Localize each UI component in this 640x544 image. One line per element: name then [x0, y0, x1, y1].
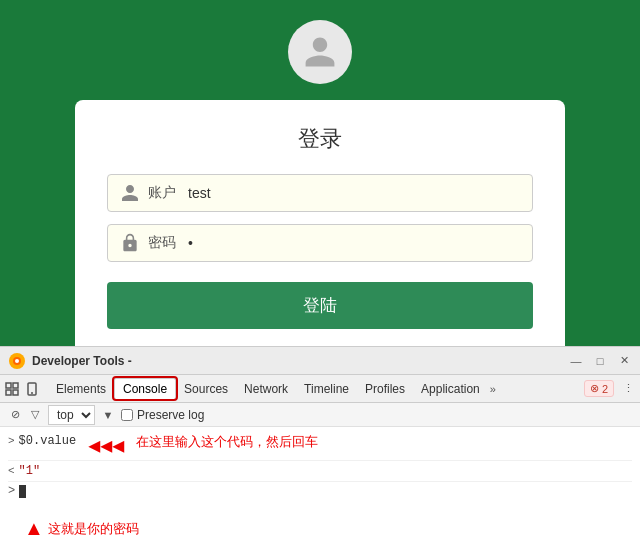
console-prompt: >	[8, 484, 15, 498]
password-label: 密码	[148, 234, 180, 252]
tab-sources[interactable]: Sources	[176, 379, 236, 399]
tab-application[interactable]: Application	[413, 379, 488, 399]
account-icon	[120, 183, 140, 203]
devtools-window-controls: — □ ✕	[568, 353, 632, 369]
svg-point-2	[15, 359, 19, 363]
tab-console[interactable]: Console	[114, 378, 176, 399]
preserve-log-label: Preserve log	[121, 408, 204, 422]
inspect-icon[interactable]	[4, 381, 20, 397]
account-label: 账户	[148, 184, 180, 202]
user-icon	[302, 34, 338, 70]
password-row: 密码	[107, 224, 533, 262]
svg-rect-4	[13, 383, 18, 388]
error-badge: ⊗ 2	[584, 380, 614, 397]
avatar-circle	[288, 20, 352, 84]
error-icon: ⊗	[590, 382, 599, 395]
login-title: 登录	[107, 124, 533, 154]
minimize-button[interactable]: —	[568, 353, 584, 369]
annotation-arrow-1: ◀◀◀	[88, 433, 124, 458]
context-select[interactable]: top	[48, 405, 95, 425]
preserve-log-checkbox[interactable]	[121, 409, 133, 421]
console-line-1: > $0.value ◀◀◀ 在这里输入这个代码，然后回车	[8, 431, 632, 461]
password-input[interactable]	[188, 235, 520, 251]
console-code-1: $0.value	[19, 433, 77, 449]
devtools-logo-icon	[8, 352, 26, 370]
clear-console-icon[interactable]: ⊘	[8, 408, 22, 422]
settings-icon[interactable]: ⋮	[620, 381, 636, 397]
annotation-text-2: 这就是你的密码	[48, 520, 139, 538]
svg-rect-6	[13, 390, 18, 395]
svg-rect-3	[6, 383, 11, 388]
restore-button[interactable]: □	[592, 353, 608, 369]
tab-network[interactable]: Network	[236, 379, 296, 399]
console-input-line: >	[8, 482, 632, 500]
console-result-2: "1"	[19, 463, 41, 479]
account-row: 账户	[107, 174, 533, 212]
up-arrow-icon: ▲	[24, 517, 44, 540]
tab-timeline[interactable]: Timeline	[296, 379, 357, 399]
console-line-2: < "1"	[8, 461, 632, 482]
login-area: 登录 账户 密码 登陆	[0, 0, 640, 377]
more-tabs-button[interactable]: »	[490, 383, 496, 395]
dropdown-arrow-icon[interactable]: ▼	[101, 408, 115, 422]
console-arrow-1: >	[8, 433, 15, 449]
error-count: 2	[602, 383, 608, 395]
annotation-bottom: ▲ 这就是你的密码	[24, 517, 139, 540]
console-arrow-2: <	[8, 463, 15, 479]
close-button[interactable]: ✕	[616, 353, 632, 369]
mobile-icon[interactable]	[24, 381, 40, 397]
tab-elements[interactable]: Elements	[48, 379, 114, 399]
console-content: > $0.value ◀◀◀ 在这里输入这个代码，然后回车 < "1" > ▲ …	[0, 427, 640, 544]
annotation-text-1: 在这里输入这个代码，然后回车	[136, 433, 318, 451]
svg-rect-5	[6, 390, 11, 395]
console-toolbar: ⊘ ▽ top ▼ Preserve log	[0, 403, 640, 427]
filter-icon[interactable]: ▽	[28, 408, 42, 422]
login-button[interactable]: 登陆	[107, 282, 533, 329]
console-cursor[interactable]	[19, 485, 26, 498]
preserve-log-text: Preserve log	[137, 408, 204, 422]
devtools-titlebar: Developer Tools - — □ ✕	[0, 347, 640, 375]
lock-icon	[120, 233, 140, 253]
devtools-tabs-bar: Elements Console Sources Network Timelin…	[0, 375, 640, 403]
account-input[interactable]	[188, 185, 520, 201]
devtools-tab-actions	[4, 381, 40, 397]
devtools-panel: Developer Tools - — □ ✕	[0, 346, 640, 544]
devtools-title: Developer Tools -	[32, 354, 568, 368]
tab-profiles[interactable]: Profiles	[357, 379, 413, 399]
svg-point-8	[31, 392, 33, 394]
login-card: 登录 账户 密码 登陆	[75, 100, 565, 357]
